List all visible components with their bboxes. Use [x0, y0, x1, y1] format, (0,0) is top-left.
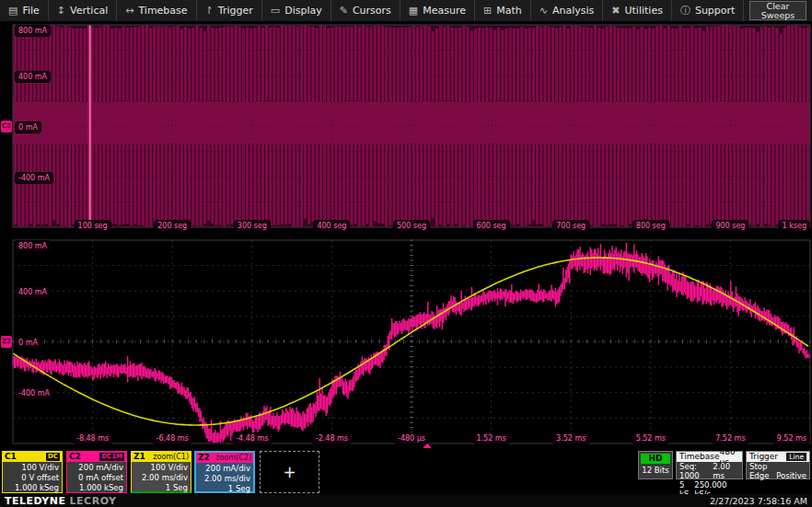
descriptor-line: 2.00 ms/div [196, 474, 250, 484]
menu-item-label: Vertical [70, 5, 108, 17]
timebase-seq: Seq: 1000 [679, 462, 713, 480]
menu-item-label: Timebase [138, 5, 187, 17]
descriptor-line: 100 V/div [3, 463, 59, 473]
trigger-mode: Stop [749, 462, 767, 471]
menu-item-file[interactable]: ▤File [0, 0, 49, 21]
trigger-edge-icon: ↾ [205, 6, 214, 16]
zoom-source-label: zoom(C1) [153, 452, 189, 462]
support-info-icon: ⓘ [680, 6, 690, 16]
descriptor-line: 1.000 kSeg [67, 483, 123, 493]
datetime-label: 2/27/2023 7:58:16 AM [710, 496, 807, 506]
y-axis-label: 400 mA [15, 71, 51, 83]
x-axis-label: 200 seg [154, 220, 191, 232]
descriptor-line: 1.000 kSeg [3, 483, 59, 493]
hd-badge: HD [641, 454, 670, 464]
add-trace-button[interactable]: + [260, 451, 319, 493]
channel-descriptor-c1[interactable]: C1DC100 V/div0 V offset1.000 kSeg [2, 451, 63, 493]
menu-item-label: File [22, 5, 39, 17]
channel-id-label: C1 [5, 452, 17, 462]
descriptor-line: 100 V/div [132, 463, 188, 473]
x-axis-label: 7.52 ms [712, 432, 748, 444]
y-axis-label: 0 mA [15, 337, 41, 349]
trigger-title: Trigger [749, 452, 778, 462]
display-icon: ▭ [271, 6, 280, 16]
trigger-type: Edge [749, 471, 769, 480]
descriptor-line: 200 mA/div [67, 463, 123, 473]
trace-marker-c2[interactable]: C2 [1, 121, 12, 133]
horizontal-arrows-icon: ↔ [125, 6, 133, 16]
descriptor-line: 0 mA offset [67, 473, 123, 483]
x-axis-label: 800 seg [632, 220, 669, 232]
menu-item-label: Trigger [218, 5, 253, 17]
trigger-box[interactable]: Trigger Line Stop Edge Positive [746, 451, 810, 479]
hd-resolution-box[interactable]: HD 12 Bits [638, 451, 673, 479]
menu-bar: ▤File↕Vertical↔Timebase↾Trigger▭Display✎… [0, 0, 812, 22]
math-icon: ⊞ [483, 6, 492, 16]
channel-id-label: Z1 [133, 452, 145, 462]
descriptor-line: 1 Seg [132, 483, 188, 493]
trigger-source-badge: Line [786, 453, 806, 461]
x-axis-label: -8.48 ms [73, 432, 112, 444]
zoom-source-label: zoom(C2) [215, 453, 251, 463]
x-axis-label: 600 seg [473, 220, 510, 232]
x-axis-label: 300 seg [234, 220, 271, 232]
teledyne-lecroy-logo: TELEDYNE LECROY [5, 495, 117, 507]
menu-item-label: Measure [423, 5, 466, 17]
y-axis-label: 0 mA [15, 121, 41, 133]
utilities-icon: ✖ [611, 6, 620, 16]
coupling-badge: DC1M [99, 453, 124, 461]
x-axis-label: 9.52 ms [773, 432, 810, 444]
y-axis-label: 800 mA [15, 25, 51, 37]
trace-marker-z2[interactable]: Z2 [1, 336, 12, 348]
vertical-arrows-icon: ↕ [57, 6, 65, 16]
x-axis-label: -4.48 ms [232, 432, 272, 444]
y-axis-label: 400 mA [15, 286, 51, 298]
x-axis-label: 700 seg [552, 220, 589, 232]
x-axis-label: 500 seg [393, 220, 430, 232]
segment-overview-grid[interactable]: C2 800 mA400 mA0 mA-400 mA100 seg200 seg… [0, 22, 812, 237]
menu-item-label: Support [695, 5, 735, 17]
y-axis-label: -400 mA [15, 172, 53, 184]
menu-item-math[interactable]: ⊞Math [475, 0, 531, 21]
x-axis-label: 1.52 ms [472, 432, 509, 444]
menu-item-trigger[interactable]: ↾Trigger [197, 0, 262, 21]
trigger-slope: Positive [776, 471, 806, 480]
menu-item-analysis[interactable]: ∿Analysis [531, 0, 604, 21]
menu-item-measure[interactable]: ▦Measure [400, 0, 475, 21]
x-axis-label: -480 µs [394, 432, 429, 444]
clear-sweeps-button[interactable]: Clear Sweeps [749, 1, 806, 20]
menu-item-label: Math [496, 5, 522, 17]
file-icon: ▤ [8, 6, 17, 16]
zoom-trace-grid[interactable]: Z2 800 mA400 mA0 mA-400 mA-8.48 ms-6.48 … [0, 237, 812, 449]
x-axis-label: -6.48 ms [153, 432, 192, 444]
x-axis-label: 1 kseg [779, 220, 810, 232]
descriptor-line: 200 mA/div [196, 464, 250, 474]
menu-item-timebase[interactable]: ↔Timebase [117, 0, 196, 21]
y-axis-label: -400 mA [15, 387, 53, 399]
channel-descriptor-c2[interactable]: C2DC1M200 mA/div0 mA offset1.000 kSeg [66, 451, 127, 493]
channel-descriptor-z2[interactable]: Z2zoom(C2)200 mA/div2.00 ms/div1 Seg [194, 451, 255, 493]
descriptor-bar: + HD 12 Bits Timebase 480 µs Seq: 1000 2… [0, 449, 812, 493]
timebase-box[interactable]: Timebase 480 µs Seq: 1000 2.00 ms 5 kS 2… [676, 451, 743, 479]
menu-item-label: Display [284, 5, 322, 17]
x-axis-label: 3.52 ms [552, 432, 589, 444]
menu-item-vertical[interactable]: ↕Vertical [49, 0, 117, 21]
x-axis-label: 900 seg [712, 220, 748, 232]
measure-icon: ▦ [409, 6, 418, 16]
x-axis-label: -2.48 ms [312, 432, 352, 444]
menu-item-label: Analysis [552, 5, 594, 17]
analysis-chart-icon: ∿ [539, 6, 548, 16]
footer-bar: TELEDYNE LECROY 2/27/2023 7:58:16 AM [0, 494, 812, 507]
menu-item-display[interactable]: ▭Display [262, 0, 331, 21]
timebase-window: 2.00 ms [713, 462, 739, 480]
channel-descriptor-z1[interactable]: Z1zoom(C1)100 V/div2.00 ms/div1 Seg [131, 451, 191, 493]
x-axis-label: 5.52 ms [632, 432, 669, 444]
cursor-pencil-icon: ✎ [340, 6, 348, 16]
menu-item-cursors[interactable]: ✎Cursors [331, 0, 400, 21]
menu-item-support[interactable]: ⓘSupport [672, 0, 744, 21]
x-axis-label: 100 seg [75, 220, 111, 232]
menu-item-utilities[interactable]: ✖Utilities [603, 0, 672, 21]
menu-item-label: Cursors [353, 5, 391, 17]
menu-item-label: Utilities [625, 5, 663, 17]
channel-id-label: Z2 [198, 453, 210, 463]
